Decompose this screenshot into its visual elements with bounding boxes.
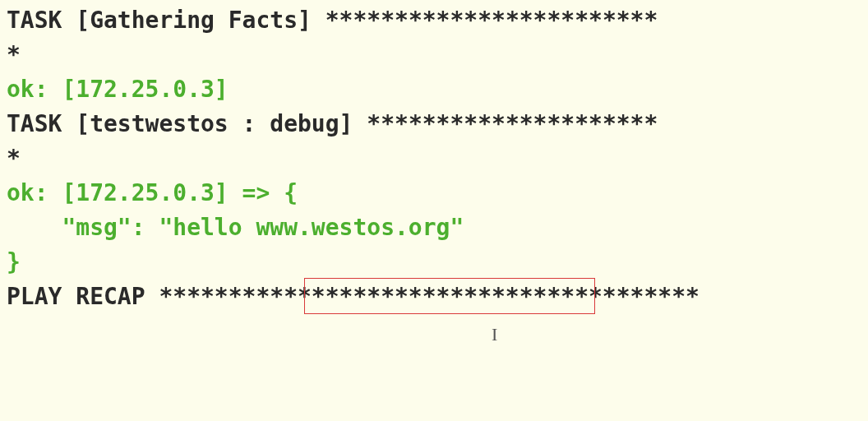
- task-name: [Gathering Facts]: [76, 7, 312, 34]
- ok-prefix: ok:: [7, 179, 62, 206]
- task-stars: *********************: [353, 110, 658, 137]
- task-debug-stars-cont: *: [7, 141, 861, 176]
- text-cursor-icon: I: [492, 321, 497, 348]
- task-debug-msg: "msg": "hello www.westos.org": [7, 210, 861, 245]
- task-gathering-facts-result: ok: [172.25.0.3]: [7, 72, 861, 107]
- task-debug-header: TASK [testwestos : debug] **************…: [7, 107, 861, 141]
- ok-arrow: => {: [229, 179, 298, 206]
- task-label: TASK: [7, 7, 62, 34]
- task-gathering-facts-header: TASK [Gathering Facts] *****************…: [7, 3, 861, 38]
- recap-label: PLAY RECAP: [7, 283, 145, 310]
- play-recap-header: PLAY RECAP *****************************…: [7, 280, 861, 314]
- recap-stars: ***************************************: [145, 283, 699, 310]
- ok-host: [172.25.0.3]: [62, 76, 228, 103]
- task-stars: ************************: [312, 7, 658, 34]
- ok-prefix: ok:: [7, 76, 62, 103]
- task-debug-close-brace: }: [7, 245, 861, 280]
- ok-host: [172.25.0.3]: [62, 179, 228, 206]
- task-debug-result-open: ok: [172.25.0.3] => {: [7, 176, 861, 210]
- task-label: TASK: [7, 110, 62, 137]
- task-name: [testwestos : debug]: [76, 110, 353, 137]
- task-gathering-facts-stars-cont: *: [7, 38, 861, 72]
